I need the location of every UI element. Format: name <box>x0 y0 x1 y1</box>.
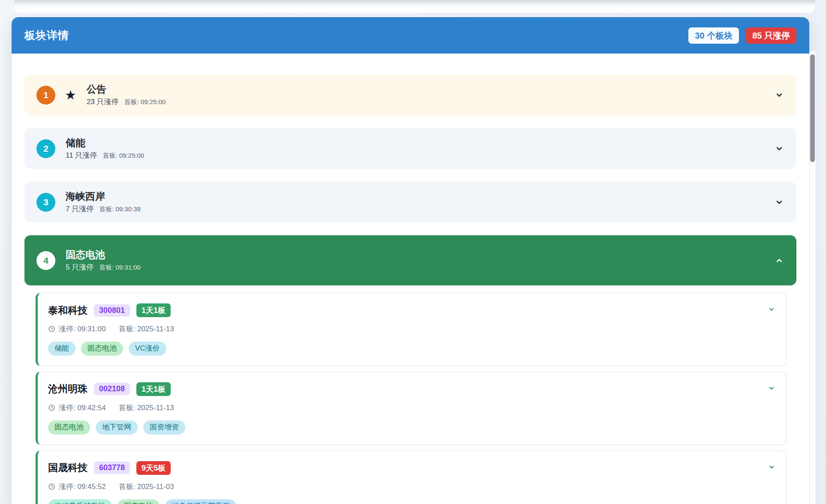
sector-meta: 23 只涨停 首板: 09:25:00 <box>87 97 166 107</box>
concept-tag[interactable]: 光伏异质结电池 <box>48 499 112 504</box>
concept-tag[interactable]: 固态电池 <box>118 499 160 504</box>
sector-count-badge: 30 个板块 <box>688 27 739 44</box>
sector-name: 海峡西岸 <box>66 190 141 203</box>
chevron-down-icon[interactable] <box>775 91 784 99</box>
sector-row-gutaidianchi[interactable]: 4 固态电池 5 只涨停 首板: 09:31:00 <box>24 235 796 285</box>
sector-detail-panel: 板块详情 30 个板块 85 只涨停 1 ★ 公告 23 只涨停 首板: 09:… <box>12 17 809 504</box>
card-title-row: 沧州明珠 002108 1天1板 <box>48 382 776 396</box>
limitup-count: 7 只涨停 <box>66 204 93 214</box>
sector-info: 公告 23 只涨停 首板: 09:25:00 <box>87 83 166 107</box>
stock-code-badge: 603778 <box>94 462 130 474</box>
concept-tag[interactable]: 储能 <box>48 342 75 356</box>
limitup-time: 涨停: 09:45:52 <box>59 482 106 492</box>
rank-badge: 4 <box>36 251 55 270</box>
stock-card-cangzhou: 沧州明珠 002108 1天1板 涨停: 09:42:54 首板: 2025-1… <box>36 372 787 445</box>
streak-badge: 1天1板 <box>136 303 171 317</box>
chevron-down-icon[interactable] <box>775 144 784 153</box>
first-board-time: 首板: 09:30:39 <box>99 205 141 213</box>
sector-info: 固态电池 5 只涨停 首板: 09:31:00 <box>66 249 141 273</box>
first-board-time: 首板: 09:25:00 <box>102 152 144 160</box>
chevron-down-icon[interactable] <box>768 464 775 471</box>
sector-meta: 5 只涨停 首板: 09:31:00 <box>66 262 141 272</box>
concept-tags: 固态电池 地下管网 国资增资 <box>48 420 776 435</box>
concept-tag[interactable]: 地下管网 <box>96 420 138 435</box>
limitup-count: 11 只涨停 <box>66 150 97 160</box>
chevron-down-icon[interactable] <box>768 385 775 392</box>
limitup-count: 5 只涨停 <box>66 262 93 272</box>
rank-badge: 1 <box>36 86 55 105</box>
concept-tag[interactable]: VC涨价 <box>129 342 166 356</box>
scrollbar-track[interactable] <box>810 51 816 504</box>
rank-badge: 2 <box>36 139 55 158</box>
chevron-up-icon[interactable] <box>775 256 784 265</box>
concept-tag[interactable]: 固态电池 <box>81 342 123 356</box>
sector-name: 固态电池 <box>66 249 141 261</box>
sector-row-haixia[interactable]: 3 海峡西岸 7 只涨停 首板: 09:30:39 <box>24 182 796 222</box>
sector-name: 公告 <box>87 83 166 96</box>
sector-info: 储能 11 只涨停 首板: 09:25:00 <box>66 137 144 161</box>
card-meta: 涨停: 09:45:52 首板: 2025-11-03 <box>48 482 776 492</box>
stock-card-taihe: 泰和科技 300801 1天1板 涨停: 09:31:00 首板: 2025-1… <box>36 293 787 366</box>
concept-tag[interactable]: 绿色低碳示范工程 <box>165 499 236 504</box>
concept-tag[interactable]: 国资增资 <box>143 420 185 435</box>
rank-badge: 3 <box>36 193 55 212</box>
scrolled-card-edge <box>14 0 815 13</box>
page-title: 板块详情 <box>24 28 69 42</box>
clock-icon <box>48 483 55 490</box>
limitup-count-badge: 85 只涨停 <box>746 27 796 44</box>
concept-tags: 光伏异质结电池 固态电池 绿色低碳示范工程 <box>48 499 776 504</box>
limitup-time: 涨停: 09:42:54 <box>59 403 106 413</box>
stock-card-list: 泰和科技 300801 1天1板 涨停: 09:31:00 首板: 2025-1… <box>36 293 787 504</box>
stock-name: 国晟科技 <box>48 461 87 474</box>
card-meta: 涨停: 09:31:00 首板: 2025-11-13 <box>48 324 776 334</box>
chevron-down-icon[interactable] <box>768 306 775 313</box>
first-board-date: 首板: 2025-11-13 <box>119 403 174 413</box>
concept-tag[interactable]: 固态电池 <box>48 420 90 435</box>
streak-badge: 9天5板 <box>136 461 171 475</box>
concept-tags: 储能 固态电池 VC涨价 <box>48 342 776 356</box>
card-title-row: 泰和科技 300801 1天1板 <box>48 303 776 317</box>
star-icon[interactable]: ★ <box>65 89 76 102</box>
first-board-date: 首板: 2025-11-03 <box>119 482 174 492</box>
panel-header: 板块详情 30 个板块 85 只涨停 <box>12 17 809 54</box>
clock-icon <box>48 404 55 411</box>
panel-body: 1 ★ 公告 23 只涨停 首板: 09:25:00 2 储能 11 只涨停 首… <box>12 54 809 504</box>
first-board-date: 首板: 2025-11-13 <box>119 324 174 334</box>
sector-info: 海峡西岸 7 只涨停 首板: 09:30:39 <box>66 190 141 214</box>
stock-code-badge: 300801 <box>94 304 130 317</box>
sector-name: 储能 <box>66 137 144 149</box>
sector-meta: 11 只涨停 首板: 09:25:00 <box>66 150 144 160</box>
first-board-time: 首板: 09:25:00 <box>124 98 166 106</box>
stock-card-guosheng: 国晟科技 603778 9天5板 涨停: 09:45:52 首板: 2025-1… <box>36 450 787 504</box>
limitup-time: 涨停: 09:31:00 <box>59 324 106 334</box>
sector-row-chuneng[interactable]: 2 储能 11 只涨停 首板: 09:25:00 <box>24 128 796 169</box>
card-meta: 涨停: 09:42:54 首板: 2025-11-13 <box>48 403 776 413</box>
sector-row-gonggao[interactable]: 1 ★ 公告 23 只涨停 首板: 09:25:00 <box>24 75 796 115</box>
first-board-time: 首板: 09:31:00 <box>99 264 141 272</box>
limitup-count: 23 只涨停 <box>87 97 119 107</box>
scrollbar-thumb[interactable] <box>810 54 815 162</box>
stock-name: 泰和科技 <box>48 304 87 317</box>
streak-badge: 1天1板 <box>136 382 171 396</box>
stock-name: 沧州明珠 <box>48 382 87 396</box>
sector-meta: 7 只涨停 首板: 09:30:39 <box>66 204 141 214</box>
chevron-down-icon[interactable] <box>775 198 784 207</box>
header-badges: 30 个板块 85 只涨停 <box>688 27 796 44</box>
stock-code-badge: 002108 <box>94 383 130 395</box>
clock-icon <box>48 325 55 333</box>
card-title-row: 国晟科技 603778 9天5板 <box>48 461 776 475</box>
